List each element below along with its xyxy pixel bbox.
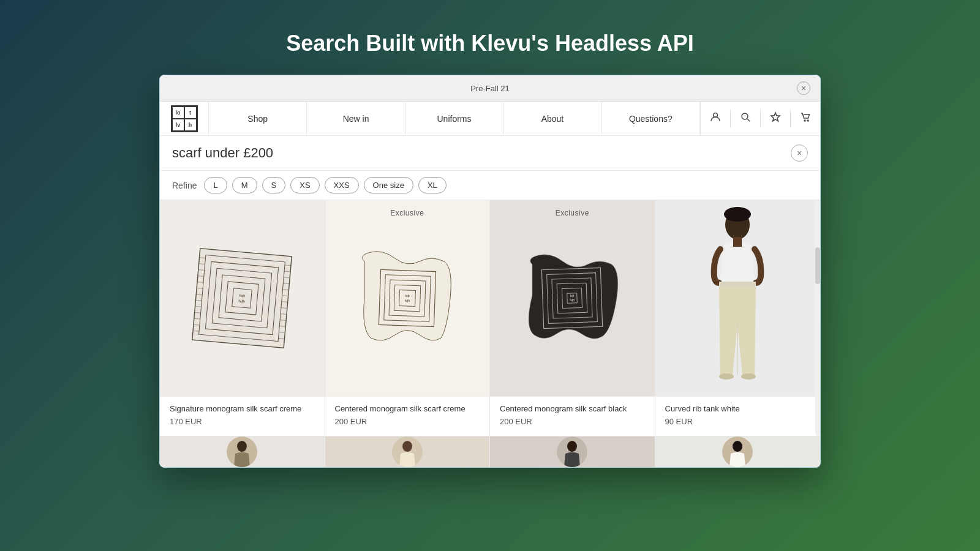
svg-marker-3 [771, 113, 780, 121]
product-image-1: lo|t lv|h [160, 200, 325, 396]
person-svg [682, 203, 793, 393]
nav-icons [700, 102, 820, 136]
account-icon-button[interactable] [701, 102, 730, 136]
nav-logo: lo t lv h [160, 102, 209, 135]
browser-window: Pre-Fall 21 × lo t lv h Shop New in Unif… [159, 75, 821, 468]
product-image-2: Exclusive lo|t [325, 200, 490, 396]
svg-rect-60 [728, 243, 733, 250]
svg-rect-59 [733, 237, 742, 247]
scarf-svg-2: lo|t lv|h [346, 237, 469, 359]
nav-item-uniforms[interactable]: Uniforms [405, 102, 503, 136]
svg-text:lo|t: lo|t [570, 294, 575, 298]
thumb-circle-1 [227, 437, 257, 467]
search-icon-button[interactable] [731, 102, 760, 136]
account-icon [710, 111, 721, 126]
svg-text:lv|h: lv|h [404, 299, 410, 302]
scrollbar-thumb [815, 247, 820, 284]
product-price-2: 200 EUR [335, 417, 480, 426]
svg-rect-61 [742, 243, 747, 250]
svg-point-4 [804, 120, 805, 121]
svg-point-73 [733, 441, 742, 452]
filter-chip-l[interactable]: L [204, 177, 227, 193]
search-bar: × [160, 136, 820, 171]
svg-point-67 [237, 441, 247, 452]
logo-cell-tr: t [184, 107, 197, 119]
product-info-4: Curved rib tank white 90 EUR [655, 396, 821, 436]
page-heading: Search Built with Klevu's Headless API [286, 31, 693, 56]
product-price-1: 170 EUR [170, 417, 315, 426]
scarf-svg-1: lo|t lv|h [181, 237, 303, 359]
refine-bar: Refine L M S XS XXS One size XL [160, 171, 820, 200]
exclusive-badge-2: Exclusive [390, 209, 424, 217]
product-price-4: 90 EUR [665, 417, 811, 426]
svg-point-65 [741, 373, 756, 380]
logo-cell-br: h [184, 119, 197, 131]
products-section: lo|t lv|h [160, 200, 820, 436]
scarf-svg-3: lo|t lv|h [511, 237, 633, 359]
product-name-2: Centered monogram silk scarf creme [335, 404, 480, 414]
svg-rect-62 [719, 282, 756, 287]
filter-chip-one-size[interactable]: One size [364, 177, 413, 193]
product-info-3: Centered monogram silk scarf black 200 E… [490, 396, 655, 436]
thumb-item-3 [490, 437, 655, 467]
svg-line-2 [747, 119, 750, 121]
scrollbar[interactable] [815, 200, 820, 436]
exclusive-badge-3: Exclusive [556, 209, 589, 217]
browser-tab: Pre-Fall 21 [183, 84, 797, 93]
filter-chip-xxs[interactable]: XXS [325, 177, 359, 193]
product-info-1: Signature monogram silk scarf creme 170 … [160, 396, 325, 436]
filter-chip-s[interactable]: S [262, 177, 286, 193]
nav-item-about[interactable]: About [503, 102, 601, 136]
svg-rect-12 [232, 288, 252, 309]
search-clear-button[interactable]: × [791, 144, 808, 162]
thumb-item-4 [655, 437, 821, 467]
svg-rect-45 [399, 290, 415, 307]
logo-cell-tl: lo [172, 107, 184, 119]
wishlist-icon-button[interactable] [761, 102, 790, 136]
search-input[interactable] [172, 145, 791, 161]
svg-point-69 [402, 441, 412, 452]
thumb-circle-3 [557, 437, 587, 467]
filter-chip-xl[interactable]: XL [418, 177, 447, 193]
logo-box: lo t lv h [171, 105, 198, 132]
browser-close-button[interactable]: × [797, 81, 810, 95]
product-image-4 [655, 200, 821, 396]
product-card-1[interactable]: lo|t lv|h [160, 200, 325, 436]
product-image-3: Exclusive lo|t [490, 200, 655, 396]
svg-text:lo|t: lo|t [239, 294, 246, 298]
product-info-2: Centered monogram silk scarf creme 200 E… [325, 396, 490, 436]
nav-item-shop[interactable]: Shop [209, 102, 307, 136]
navbar: lo t lv h Shop New in Uniforms About Que… [160, 102, 820, 136]
product-price-3: 200 EUR [500, 417, 645, 426]
svg-point-1 [742, 113, 748, 119]
svg-point-58 [724, 207, 751, 222]
svg-text:lo|t: lo|t [405, 294, 410, 298]
nav-item-new-in[interactable]: New in [307, 102, 405, 136]
svg-text:lv|h: lv|h [570, 299, 575, 302]
thumb-item-2 [325, 437, 491, 467]
refine-label: Refine [172, 181, 197, 190]
svg-text:lv|h: lv|h [238, 299, 245, 304]
star-icon [770, 111, 781, 126]
product-name-1: Signature monogram silk scarf creme [170, 404, 315, 414]
cart-icon [800, 111, 811, 126]
nav-items: Shop New in Uniforms About Questions? [209, 102, 700, 136]
svg-point-64 [719, 373, 734, 380]
cart-icon-button[interactable] [791, 102, 820, 136]
nav-item-questions[interactable]: Questions? [602, 102, 700, 136]
product-card-4[interactable]: Curved rib tank white 90 EUR [655, 200, 821, 436]
svg-point-5 [807, 120, 809, 121]
search-icon [740, 111, 751, 126]
thumbnails-row [160, 436, 820, 467]
thumb-item-1 [160, 437, 325, 467]
product-name-3: Centered monogram silk scarf black [500, 404, 645, 414]
product-card-2[interactable]: Exclusive lo|t [325, 200, 491, 436]
filter-chip-xs[interactable]: XS [290, 177, 319, 193]
filter-chip-m[interactable]: M [232, 177, 257, 193]
browser-chrome: Pre-Fall 21 × [160, 75, 820, 102]
product-card-3[interactable]: Exclusive lo|t [490, 200, 655, 436]
thumb-circle-2 [392, 437, 423, 467]
logo-cell-bl: lv [172, 119, 184, 131]
product-name-4: Curved rib tank white [665, 404, 811, 414]
products-grid: lo|t lv|h [160, 200, 820, 436]
